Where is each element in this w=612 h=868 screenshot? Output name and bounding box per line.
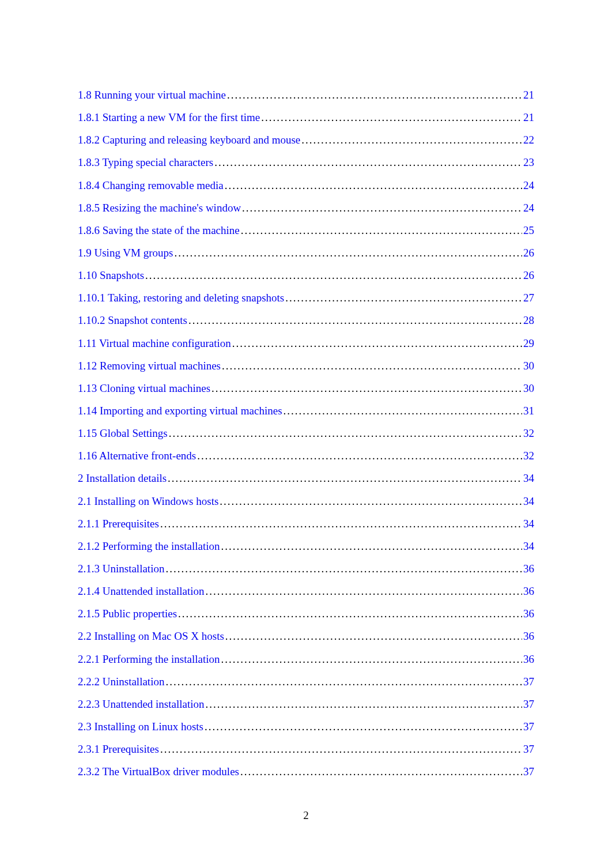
toc-title-link[interactable]: 1.8.4 Changing removable media xyxy=(78,178,224,193)
toc-dots xyxy=(160,742,522,757)
toc-title-link[interactable]: 2.1.1 Prerequisites xyxy=(78,516,159,531)
toc-title-link[interactable]: 1.14 Importing and exporting virtual mac… xyxy=(78,403,282,418)
toc-dots xyxy=(261,110,522,125)
toc-title-link[interactable]: 1.8 Running your virtual machine xyxy=(78,88,226,103)
toc-page-link[interactable]: 26 xyxy=(523,268,534,283)
toc-title-link[interactable]: 1.8.6 Saving the state of the machine xyxy=(78,223,240,238)
toc-page-link[interactable]: 24 xyxy=(523,201,534,216)
toc-dots xyxy=(220,494,522,509)
toc-page-link[interactable]: 22 xyxy=(523,133,534,148)
toc-title-link[interactable]: 2 Installation details xyxy=(78,471,167,486)
toc-dots xyxy=(225,629,522,644)
toc-entry: 2.2.2 Uninstallation37 xyxy=(78,674,534,689)
toc-title-link[interactable]: 1.9 Using VM groups xyxy=(78,246,173,261)
toc-dots xyxy=(227,88,522,103)
toc-title-link[interactable]: 2.1.3 Uninstallation xyxy=(78,561,164,576)
toc-title-link[interactable]: 1.8.5 Resizing the machine's window xyxy=(78,201,241,216)
toc-title-link[interactable]: 2.3.1 Prerequisites xyxy=(78,742,159,757)
toc-page-link[interactable]: 24 xyxy=(523,178,534,193)
toc-page-link[interactable]: 30 xyxy=(523,358,534,373)
toc-page-link[interactable]: 36 xyxy=(523,652,534,667)
toc-dots xyxy=(242,201,522,216)
toc-page-link[interactable]: 28 xyxy=(523,313,534,328)
toc-dots xyxy=(178,606,522,621)
toc-page-link[interactable]: 36 xyxy=(523,584,534,599)
toc-title-link[interactable]: 1.10.1 Taking, restoring and deleting sn… xyxy=(78,290,284,305)
toc-page-link[interactable]: 21 xyxy=(523,110,534,125)
toc-title-link[interactable]: 2.1.4 Unattended installation xyxy=(78,584,205,599)
toc-page-link[interactable]: 34 xyxy=(523,539,534,554)
toc-title-link[interactable]: 2.1 Installing on Windows hosts xyxy=(78,494,218,509)
toc-entry: 1.9 Using VM groups26 xyxy=(78,246,534,261)
toc-dots xyxy=(169,426,522,441)
toc-entry: 1.8.2 Capturing and releasing keyboard a… xyxy=(78,133,534,148)
toc-title-link[interactable]: 2.2 Installing on Mac OS X hosts xyxy=(78,629,224,644)
toc-dots xyxy=(285,290,522,305)
toc-page-link[interactable]: 36 xyxy=(523,561,534,576)
toc-page-link[interactable]: 37 xyxy=(523,697,534,712)
toc-title-link[interactable]: 1.8.2 Capturing and releasing keyboard a… xyxy=(78,133,300,148)
toc-entry: 1.8.5 Resizing the machine's window 24 xyxy=(78,201,534,216)
toc-entry: 1.14 Importing and exporting virtual mac… xyxy=(78,403,534,418)
toc-page-link[interactable]: 34 xyxy=(523,516,534,531)
toc-dots xyxy=(284,403,522,418)
toc-dots xyxy=(206,697,522,712)
toc-entry: 1.10.2 Snapshot contents 28 xyxy=(78,313,534,328)
toc-title-link[interactable]: 1.15 Global Settings xyxy=(78,426,168,441)
toc-title-link[interactable]: 1.13 Cloning virtual machines xyxy=(78,381,210,396)
toc-page-link[interactable]: 30 xyxy=(523,381,534,396)
toc-page-link[interactable]: 37 xyxy=(523,764,534,779)
toc-entry: 1.13 Cloning virtual machines30 xyxy=(78,381,534,396)
toc-entry: 2.1.5 Public properties36 xyxy=(78,606,534,621)
toc-entry: 1.8.4 Changing removable media24 xyxy=(78,178,534,193)
toc-page-link[interactable]: 32 xyxy=(523,426,534,441)
toc-title-link[interactable]: 2.1.2 Performing the installation xyxy=(78,539,220,554)
toc-title-link[interactable]: 2.2.1 Performing the installation xyxy=(78,652,220,667)
toc-title-link[interactable]: 1.11 Virtual machine configuration xyxy=(78,336,231,351)
toc-page-link[interactable]: 36 xyxy=(523,606,534,621)
toc-title-link[interactable]: 1.10.2 Snapshot contents xyxy=(78,313,187,328)
toc-page-link[interactable]: 23 xyxy=(523,155,534,170)
toc-entry: 2.1.1 Prerequisites 34 xyxy=(78,516,534,531)
toc-page-link[interactable]: 34 xyxy=(523,494,534,509)
toc-page-link[interactable]: 37 xyxy=(523,674,534,689)
toc-title-link[interactable]: 2.2.3 Unattended installation xyxy=(78,697,205,712)
toc-title-link[interactable]: 1.8.3 Typing special characters xyxy=(78,155,213,170)
toc-page-link[interactable]: 26 xyxy=(523,246,534,261)
toc-page-link[interactable]: 25 xyxy=(523,223,534,238)
toc-title-link[interactable]: 1.12 Removing virtual machines xyxy=(78,358,221,373)
toc-entry: 2.1.2 Performing the installation 34 xyxy=(78,539,534,554)
toc-title-link[interactable]: 2.3.2 The VirtualBox driver modules xyxy=(78,764,239,779)
toc-title-link[interactable]: 1.16 Alternative front-ends xyxy=(78,448,196,463)
toc-title-link[interactable]: 2.2.2 Uninstallation xyxy=(78,674,164,689)
toc-title-link[interactable]: 2.1.5 Public properties xyxy=(78,606,177,621)
page-number: 2 xyxy=(0,809,612,822)
toc-dots xyxy=(225,178,522,193)
toc-title-link[interactable]: 1.10 Snapshots xyxy=(78,268,144,283)
toc-title-link[interactable]: 2.3 Installing on Linux hosts xyxy=(78,719,203,734)
toc-page-link[interactable]: 34 xyxy=(523,471,534,486)
toc-entry: 2.3.2 The VirtualBox driver modules 37 xyxy=(78,764,534,779)
toc-entry: 2.1.4 Unattended installation 36 xyxy=(78,584,534,599)
toc-entry: 2.2.1 Performing the installation 36 xyxy=(78,652,534,667)
toc-dots xyxy=(211,381,522,396)
toc-page-link[interactable]: 27 xyxy=(523,290,534,305)
toc-page: 1.8 Running your virtual machine211.8.1 … xyxy=(0,0,612,821)
toc-entry: 2.2.3 Unattended installation 37 xyxy=(78,697,534,712)
toc-entry: 1.12 Removing virtual machines30 xyxy=(78,358,534,373)
toc-title-link[interactable]: 1.8.1 Starting a new VM for the first ti… xyxy=(78,110,260,125)
toc-entry: 1.10.1 Taking, restoring and deleting sn… xyxy=(78,290,534,305)
toc-dots xyxy=(165,674,522,689)
toc-dots xyxy=(241,223,522,238)
toc-page-link[interactable]: 36 xyxy=(523,629,534,644)
toc-page-link[interactable]: 31 xyxy=(523,403,534,418)
toc-dots xyxy=(222,358,522,373)
toc-page-link[interactable]: 29 xyxy=(523,336,534,351)
toc-page-link[interactable]: 32 xyxy=(523,448,534,463)
toc-page-link[interactable]: 21 xyxy=(523,88,534,103)
toc-page-link[interactable]: 37 xyxy=(523,719,534,734)
toc-dots xyxy=(174,246,522,261)
toc-dots xyxy=(221,539,522,554)
toc-page-link[interactable]: 37 xyxy=(523,742,534,757)
toc-dots xyxy=(240,764,522,779)
